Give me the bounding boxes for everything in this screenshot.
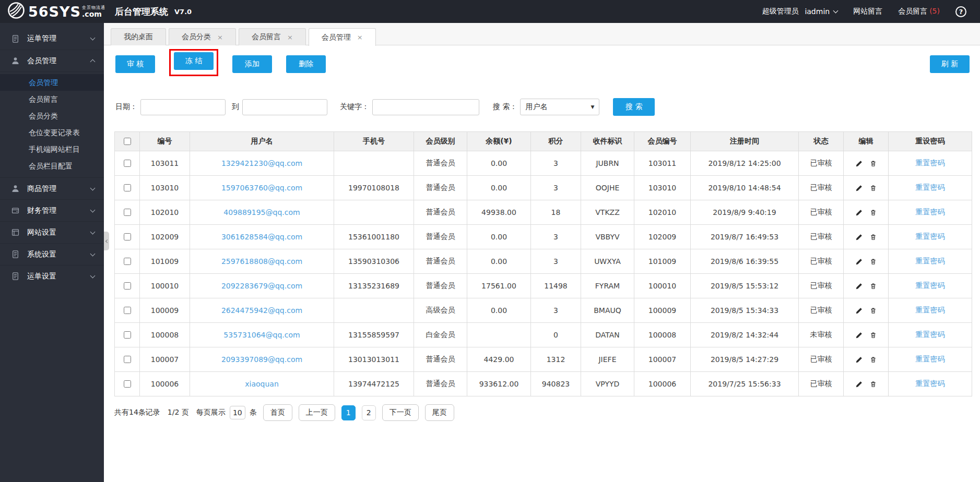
- cell-phone: 13590310306: [334, 249, 414, 274]
- reset-password-link[interactable]: 重置密码: [916, 379, 945, 388]
- delete-trash-icon[interactable]: [866, 233, 880, 241]
- username-link[interactable]: 2624475942@qq.com: [221, 306, 302, 315]
- sidebar-item-2[interactable]: 会员管理: [0, 50, 104, 71]
- tab-1[interactable]: 我的桌面: [111, 28, 166, 45]
- row-checkbox[interactable]: [124, 233, 131, 240]
- delete-trash-icon[interactable]: [866, 282, 880, 290]
- member-messages-link[interactable]: 会员留言(5): [898, 7, 940, 16]
- user-icon: [10, 56, 20, 65]
- edit-pencil-icon[interactable]: [852, 306, 866, 315]
- user-dropdown[interactable]: 超级管理员 iadmin: [762, 7, 837, 16]
- reset-password-link[interactable]: 重置密码: [916, 232, 945, 240]
- first-page-button[interactable]: 首页: [263, 404, 292, 421]
- username-link[interactable]: 2093397089@qq.com: [221, 355, 302, 364]
- cell-reset: 重置密码: [889, 176, 972, 200]
- delete-trash-icon[interactable]: [866, 306, 880, 315]
- username-link[interactable]: 409889195@qq.com: [223, 208, 300, 216]
- tab-close-icon[interactable]: ×: [357, 33, 363, 41]
- add-button[interactable]: 添加: [232, 55, 272, 73]
- date-from-input[interactable]: [140, 99, 226, 115]
- sidebar-item-1[interactable]: 运单管理: [0, 28, 104, 50]
- edit-pencil-icon[interactable]: [852, 233, 866, 241]
- edit-pencil-icon[interactable]: [852, 380, 866, 388]
- sidebar-subitem[interactable]: 会员留言: [0, 91, 104, 107]
- top-right-menu: 超级管理员 iadmin 网站留言 会员留言(5) ?: [762, 6, 966, 17]
- per-page-input[interactable]: 10: [230, 406, 245, 419]
- tab-4-active[interactable]: 会员管理×: [309, 28, 376, 46]
- delete-trash-icon[interactable]: [866, 159, 880, 167]
- sidebar-subitem[interactable]: 仓位变更记录表: [0, 124, 104, 141]
- cell-points: 3: [531, 298, 581, 323]
- next-page-button[interactable]: 下一页: [382, 404, 419, 421]
- select-all-checkbox[interactable]: [124, 138, 131, 145]
- reset-password-link[interactable]: 重置密码: [916, 208, 945, 216]
- sidebar-subitem-active[interactable]: 会员管理: [0, 74, 104, 91]
- edit-pencil-icon[interactable]: [852, 282, 866, 290]
- delete-trash-icon[interactable]: [866, 184, 880, 192]
- row-checkbox[interactable]: [124, 356, 131, 363]
- sidebar-item-6[interactable]: 系统设置: [0, 243, 104, 265]
- row-checkbox[interactable]: [124, 209, 131, 216]
- sidebar-item-3[interactable]: 商品管理: [0, 177, 104, 199]
- reset-password-link[interactable]: 重置密码: [916, 183, 945, 191]
- sidebar-collapse-handle[interactable]: [104, 232, 109, 250]
- row-checkbox[interactable]: [124, 380, 131, 388]
- help-icon[interactable]: ?: [955, 6, 966, 17]
- reset-password-link[interactable]: 重置密码: [916, 159, 945, 167]
- cell-status: 已审核: [799, 274, 844, 298]
- date-to-input[interactable]: [242, 99, 327, 115]
- tab-3[interactable]: 会员留言×: [239, 28, 306, 45]
- edit-pencil-icon[interactable]: [852, 355, 866, 364]
- reset-password-link[interactable]: 重置密码: [916, 306, 945, 314]
- reset-password-link[interactable]: 重置密码: [916, 330, 945, 339]
- tab-2[interactable]: 会员分类×: [169, 28, 236, 45]
- tab-close-icon[interactable]: ×: [287, 33, 293, 41]
- delete-trash-icon[interactable]: [866, 380, 880, 388]
- edit-pencil-icon[interactable]: [852, 184, 866, 192]
- username-link[interactable]: 1597063760@qq.com: [221, 184, 302, 192]
- sidebar-subitem[interactable]: 会员栏目配置: [0, 158, 104, 174]
- page-number-1-active[interactable]: 1: [341, 405, 356, 420]
- keyword-input[interactable]: [372, 99, 479, 115]
- username-link[interactable]: 2597618808@qq.com: [221, 257, 302, 266]
- prev-page-button[interactable]: 上一页: [299, 404, 335, 421]
- username-link[interactable]: 1329421230@qq.com: [221, 159, 302, 167]
- edit-pencil-icon[interactable]: [852, 159, 866, 167]
- search-field-select[interactable]: 用户名 ▼: [520, 99, 599, 115]
- delete-trash-icon[interactable]: [866, 208, 880, 216]
- username-link[interactable]: 2092283679@qq.com: [221, 282, 302, 290]
- edit-pencil-icon[interactable]: [852, 257, 866, 266]
- refresh-button[interactable]: 刷 新: [930, 55, 970, 73]
- last-page-button[interactable]: 尾页: [425, 404, 454, 421]
- delete-trash-icon[interactable]: [866, 355, 880, 364]
- reset-password-link[interactable]: 重置密码: [916, 281, 945, 290]
- delete-trash-icon[interactable]: [866, 331, 880, 339]
- sidebar-item-4[interactable]: 财务管理: [0, 199, 104, 221]
- row-checkbox[interactable]: [124, 258, 131, 265]
- sidebar-subitem[interactable]: 手机端网站栏目: [0, 141, 104, 158]
- freeze-button[interactable]: 冻 结: [174, 52, 214, 70]
- username-link[interactable]: 3061628584@qq.com: [221, 233, 302, 241]
- row-checkbox[interactable]: [124, 282, 131, 290]
- audit-button[interactable]: 审 核: [115, 55, 155, 73]
- cell-member-id: 100010: [634, 274, 691, 298]
- username-link[interactable]: xiaoquan: [245, 380, 279, 388]
- site-messages-link[interactable]: 网站留言: [853, 7, 882, 16]
- edit-pencil-icon[interactable]: [852, 331, 866, 339]
- row-checkbox[interactable]: [124, 160, 131, 167]
- tab-close-icon[interactable]: ×: [217, 33, 223, 41]
- username-link[interactable]: 535731064@qq.com: [223, 331, 300, 339]
- sidebar-subitem[interactable]: 会员分类: [0, 107, 104, 124]
- search-button[interactable]: 搜 索: [613, 98, 655, 116]
- delete-button[interactable]: 删除: [286, 55, 326, 73]
- delete-trash-icon[interactable]: [866, 257, 880, 266]
- page-number-2[interactable]: 2: [362, 405, 376, 420]
- reset-password-link[interactable]: 重置密码: [916, 355, 945, 363]
- row-checkbox[interactable]: [124, 331, 131, 339]
- edit-pencil-icon[interactable]: [852, 208, 866, 216]
- row-checkbox[interactable]: [124, 307, 131, 314]
- reset-password-link[interactable]: 重置密码: [916, 257, 945, 265]
- row-checkbox[interactable]: [124, 184, 131, 191]
- sidebar-item-7[interactable]: 运单设置: [0, 265, 104, 287]
- sidebar-item-5[interactable]: 网站设置: [0, 221, 104, 243]
